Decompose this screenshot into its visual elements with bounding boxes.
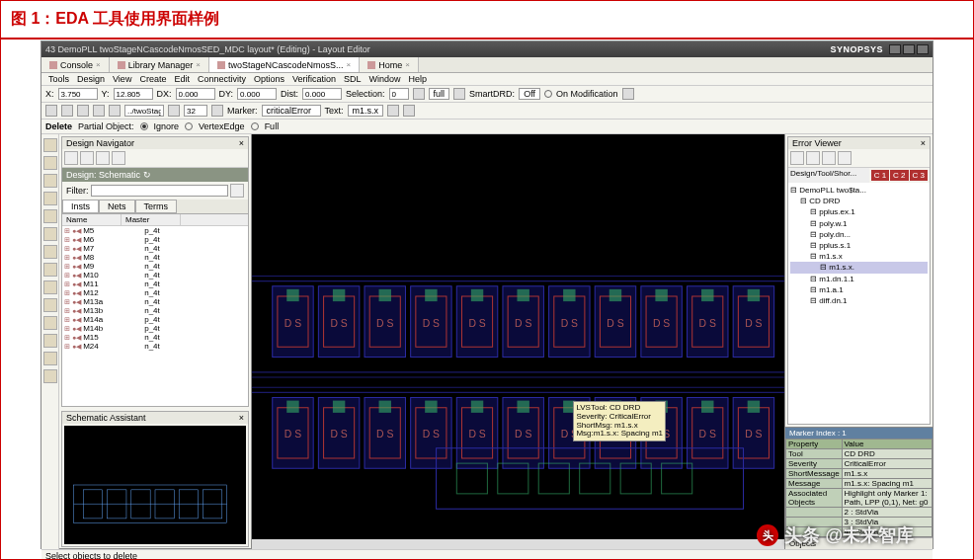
tool-icon[interactable] <box>43 138 57 152</box>
list-item[interactable]: ⊞ ●◀M24n_4t <box>62 342 248 351</box>
h-scrollbar[interactable] <box>252 539 784 549</box>
menu-sdl[interactable]: SDL <box>341 74 365 84</box>
tree-item[interactable]: ⊟ pplus.s.1 <box>790 240 928 251</box>
instance-list[interactable]: NameMaster ⊞ ●◀M5p_4t⊞ ●◀M6p_4t⊞ ●◀M7n_4… <box>62 213 248 406</box>
tab-layout[interactable]: twoStageNCascodeNmosS...× <box>209 57 360 72</box>
tool-icon[interactable] <box>96 151 110 165</box>
tree-item[interactable]: ⊟ DemoPLL two$ta... <box>790 185 928 196</box>
mode-select[interactable]: full <box>429 88 450 100</box>
tree-item[interactable]: ⊟ poly.w.1 <box>790 218 928 229</box>
menu-connectivity[interactable]: Connectivity <box>195 74 249 84</box>
list-item[interactable]: ⊞ ●◀M11n_4t <box>62 280 248 288</box>
tool-icon[interactable] <box>43 245 57 259</box>
lock-icon[interactable] <box>413 88 425 100</box>
menu-verification[interactable]: Verification <box>289 74 339 84</box>
list-item[interactable]: ⊞ ●◀M13an_4t <box>62 297 248 306</box>
tool-icon[interactable] <box>43 298 57 312</box>
tab-home[interactable]: Home× <box>360 57 419 72</box>
list-item[interactable]: ⊞ ●◀M6p_4t <box>62 235 248 244</box>
close-icon[interactable]: × <box>921 138 926 148</box>
tab-console[interactable]: Console× <box>41 57 110 72</box>
tree-item[interactable]: ⊟ m1.s.x <box>790 251 928 262</box>
list-item[interactable]: ⊞ ●◀M12n_4t <box>62 288 248 297</box>
tool-icon[interactable] <box>387 105 399 117</box>
tool-icon[interactable] <box>822 151 836 165</box>
filter-input[interactable] <box>91 185 229 197</box>
nav-icon[interactable] <box>61 105 73 117</box>
tree-item[interactable]: ⊟ m1.a.1 <box>790 284 928 295</box>
menu-tools[interactable]: Tools <box>45 74 72 84</box>
path-input[interactable] <box>124 105 164 117</box>
menu-options[interactable]: Options <box>251 74 287 84</box>
list-item[interactable]: ⊞ ●◀M8n_4t <box>62 253 248 262</box>
tree-icon[interactable] <box>64 151 78 165</box>
tree-item[interactable]: ⊟ CD DRD <box>790 196 928 206</box>
list-item[interactable]: ⊞ ●◀M14bp_4t <box>62 324 248 333</box>
list-item[interactable]: ⊞ ●◀M5p_4t <box>62 226 248 235</box>
tool-icon[interactable] <box>43 280 57 294</box>
tree-item[interactable]: ⊟ m1.dn.1.1 <box>790 274 928 284</box>
tool-icon[interactable] <box>806 151 820 165</box>
ctab-1[interactable]: C 1 <box>871 170 889 181</box>
level-icon[interactable] <box>168 105 180 117</box>
tree-item[interactable]: ⊟ diff.dn.1 <box>790 295 928 306</box>
tool-icon[interactable] <box>43 227 57 241</box>
list-item[interactable]: ⊞ ●◀M14ap_4t <box>62 315 248 324</box>
tool-icon[interactable] <box>43 316 57 330</box>
tool-icon[interactable] <box>211 105 223 117</box>
list-item[interactable]: ⊞ ●◀M10n_4t <box>62 271 248 280</box>
marker-select[interactable]: criticalError <box>262 105 321 117</box>
tool-icon[interactable] <box>43 263 57 277</box>
nav-icon[interactable] <box>45 105 57 117</box>
tool-icon[interactable] <box>43 192 57 205</box>
tree-item[interactable]: ⊟ pplus.ex.1 <box>790 206 928 217</box>
list-item[interactable]: ⊞ ●◀M15n_4t <box>62 333 248 342</box>
close-icon[interactable]: × <box>239 138 244 148</box>
tool-icon[interactable] <box>790 151 804 165</box>
menu-design[interactable]: Design <box>74 74 108 84</box>
smartdrd-select[interactable]: Off <box>519 88 540 100</box>
menu-help[interactable]: Help <box>406 74 431 84</box>
tool-icon[interactable] <box>43 174 57 188</box>
tool-icon[interactable] <box>403 105 415 117</box>
tab-library-manager[interactable]: Library Manager× <box>110 57 209 72</box>
tool-icon[interactable] <box>43 334 57 348</box>
tool-icon[interactable] <box>43 156 57 170</box>
nav-icon[interactable] <box>77 105 89 117</box>
maximize-button[interactable] <box>903 44 915 54</box>
design-header[interactable]: Design: Schematic ↻ <box>62 168 248 182</box>
close-icon[interactable]: × <box>346 60 351 69</box>
tree-item[interactable]: ⊟ poly.dn... <box>790 229 928 240</box>
subtab-terms[interactable]: Terms <box>135 200 178 213</box>
sel-input[interactable] <box>389 88 409 100</box>
minimize-button[interactable] <box>889 44 901 54</box>
menu-edit[interactable]: Edit <box>171 74 193 84</box>
dy-input[interactable] <box>237 88 277 100</box>
menu-view[interactable]: View <box>110 74 134 84</box>
list-item[interactable]: ⊞ ●◀M7n_4t <box>62 244 248 253</box>
gear-icon[interactable] <box>622 88 634 100</box>
tool-icon[interactable] <box>43 369 57 383</box>
tool-icon[interactable] <box>453 88 465 100</box>
full-radio[interactable] <box>251 122 259 130</box>
subtab-insts[interactable]: Insts <box>62 200 99 213</box>
tool-icon[interactable] <box>112 151 125 165</box>
tree-item[interactable]: ⊟ m1.s.x. <box>790 262 928 273</box>
menu-create[interactable]: Create <box>136 74 169 84</box>
close-icon[interactable]: × <box>96 60 101 69</box>
dx-input[interactable] <box>176 88 215 100</box>
layout-canvas[interactable]: D SD SD SD SD SD SD SD SD SD SD S D SD S… <box>252 134 784 539</box>
onmod-radio[interactable] <box>544 90 552 98</box>
menu-window[interactable]: Window <box>366 74 404 84</box>
tool-icon[interactable] <box>43 209 57 223</box>
nav-icon[interactable] <box>93 105 105 117</box>
ignore-radio[interactable] <box>140 122 148 130</box>
y-input[interactable] <box>114 88 153 100</box>
error-tree[interactable]: ⊟ DemoPLL two$ta...⊟ CD DRD⊟ pplus.ex.1⊟… <box>788 183 930 424</box>
vertex-radio[interactable] <box>185 122 193 130</box>
schematic-canvas[interactable] <box>64 426 246 544</box>
list-item[interactable]: ⊞ ●◀M9n_4t <box>62 262 248 271</box>
ctab-2[interactable]: C 2 <box>890 170 908 181</box>
tool-icon[interactable] <box>838 151 852 165</box>
subtab-nets[interactable]: Nets <box>99 200 135 213</box>
